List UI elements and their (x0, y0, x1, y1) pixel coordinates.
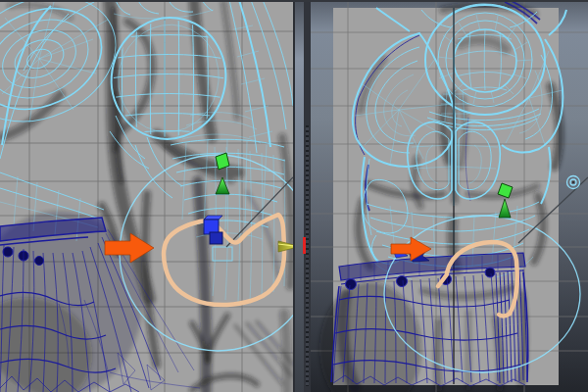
divider-grip[interactable] (304, 0, 311, 392)
divider-gradient-bar[interactable] (295, 0, 304, 392)
dual-viewport-stage (0, 0, 588, 392)
right-viewport[interactable] (311, 0, 588, 392)
panel-divider[interactable] (293, 0, 311, 392)
blue-cube-dark-handle[interactable] (210, 232, 222, 244)
red-axis-tick[interactable] (303, 237, 306, 254)
left-viewport[interactable] (0, 0, 293, 392)
